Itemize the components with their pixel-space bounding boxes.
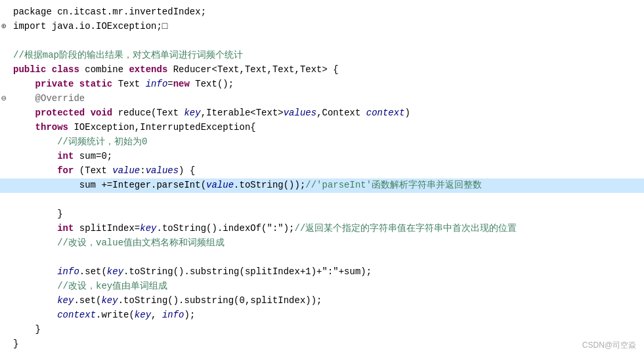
token-plain: .set(: [74, 295, 101, 306]
token-plain: }: [13, 324, 41, 335]
code-content: throws IOException,InterruptedException{: [13, 121, 637, 135]
code-line: //词频统计，初始为0: [0, 135, 644, 150]
token-var-italic: key: [57, 295, 74, 306]
token-method-highlight: parseInt: [156, 180, 200, 190]
token-keyword-purple: public: [13, 64, 46, 75]
token-comment: //'parseInt'函数解析字符串并返回整数: [305, 180, 482, 190]
token-var-italic: key: [184, 108, 200, 118]
code-line: [0, 34, 644, 49]
token-plain: reduce(Text: [112, 108, 184, 118]
code-content: //改设，value值由文档名称和词频组成: [13, 236, 637, 251]
token-plain: [13, 122, 35, 133]
token-var-italic: value: [206, 180, 234, 190]
code-content: }: [13, 337, 637, 351]
code-line: ⊖ @Override: [0, 92, 644, 106]
token-comment: //返回某个指定的字符串值在字符串中首次出现的位置: [295, 223, 517, 234]
token-plain: [13, 266, 57, 277]
token-plain: ,Iterable<Text>: [201, 108, 284, 118]
token-static-kw: static: [79, 79, 112, 89]
token-plain: :: [140, 165, 145, 176]
code-line: //根据map阶段的输出结果，对文档单词进行词频个统计: [0, 49, 644, 63]
token-plain: }: [13, 209, 63, 219]
token-plain: ): [405, 108, 410, 118]
code-line: info.set(key.toString().substring(splitI…: [0, 265, 644, 279]
code-content: int splitIndex=key.toString().indexOf(":…: [13, 222, 637, 236]
code-line: ⊕import java.io.IOException;□: [0, 20, 644, 34]
token-comment: //改设，key值由单词组成: [57, 281, 167, 291]
token-plain: import java.io.IOException;□: [13, 21, 167, 31]
token-new-kw: new: [173, 79, 190, 89]
token-var-italic: context: [366, 108, 405, 118]
token-var-italic: key: [140, 223, 156, 234]
token-keyword-purple: class: [52, 64, 79, 75]
code-content: public class combine extends Reducer<Tex…: [13, 63, 637, 77]
token-plain: ) {: [179, 165, 195, 176]
token-plain: combine: [79, 64, 129, 75]
token-plain: Reducer<Text,Text,Text,Text> {: [167, 64, 338, 75]
code-content: protected void reduce(Text key,Iterable<…: [13, 106, 637, 121]
code-content: int sum=0;: [13, 150, 637, 164]
token-plain: [13, 108, 35, 118]
token-plain: .toString().substring(splitIndex+1)+":"+…: [123, 266, 372, 277]
token-plain: splitIndex=: [74, 223, 140, 234]
token-plain: [46, 64, 51, 75]
token-plain: package cn.itcast.mr.invertedIndex;: [13, 7, 206, 17]
code-content: [13, 251, 637, 265]
token-plain: sum +=Integer.: [13, 180, 156, 190]
code-content: package cn.itcast.mr.invertedIndex;: [13, 5, 637, 20]
token-plain: [13, 151, 57, 161]
code-editor: package cn.itcast.mr.invertedIndex;⊕impo…: [0, 0, 644, 351]
token-plain: .toString());: [234, 180, 305, 190]
token-plain: (Text: [74, 165, 112, 176]
token-prot-kw: int: [57, 223, 74, 234]
token-plain: Text: [112, 79, 145, 89]
code-line: protected void reduce(Text key,Iterable<…: [0, 106, 644, 121]
token-comment: //改设，value值由文档名称和词频组成: [57, 237, 225, 248]
token-plain: [85, 108, 90, 118]
code-line: //改设，value值由文档名称和词频组成: [0, 236, 644, 251]
code-line: for (Text value:values) {: [0, 164, 644, 178]
token-plain: .set(: [79, 266, 107, 277]
token-plain: [13, 281, 57, 291]
code-line: //改设，key值由单词组成: [0, 279, 644, 294]
token-var-italic: info: [162, 310, 184, 320]
code-line: key.set(key.toString().substring(0,split…: [0, 294, 644, 308]
code-content: //词频统计，初始为0: [13, 135, 637, 150]
token-plain: [13, 237, 57, 248]
token-plain: [74, 79, 79, 89]
token-keyword-purple: extends: [129, 64, 167, 75]
token-plain: =: [167, 79, 173, 89]
code-line: }: [0, 337, 644, 351]
token-prot-kw: for: [57, 165, 74, 176]
code-content: context.write(key, info);: [13, 308, 637, 323]
token-plain: sum=0;: [74, 151, 112, 161]
code-content: //根据map阶段的输出结果，对文档单词进行词频个统计: [13, 49, 637, 63]
code-content: [13, 193, 637, 207]
code-line: context.write(key, info);: [0, 308, 644, 323]
code-line: sum +=Integer.parseInt(value.toString())…: [0, 178, 644, 193]
token-var-italic: key: [107, 266, 123, 277]
token-var-italic: value: [112, 165, 140, 176]
token-var-italic: values: [146, 165, 179, 176]
token-plain: IOException,InterruptedException{: [68, 122, 256, 133]
code-content: [13, 34, 637, 49]
token-plain: }: [13, 339, 18, 349]
token-var-italic: key: [101, 295, 118, 306]
token-prot-kw: int: [57, 151, 74, 161]
code-content: private static Text info=new Text();: [13, 77, 637, 92]
code-content: sum +=Integer.parseInt(value.toString())…: [13, 178, 637, 193]
code-line: package cn.itcast.mr.invertedIndex;: [0, 5, 644, 20]
code-content: info.set(key.toString().substring(splitI…: [13, 265, 637, 279]
token-var-italic: context: [57, 310, 96, 320]
token-plain: .toString().substring(0,splitIndex));: [118, 295, 322, 306]
token-plain: [13, 310, 57, 320]
code-content: @Override: [13, 92, 637, 106]
code-line: }: [0, 207, 644, 222]
token-annotation: @Override: [35, 93, 85, 104]
code-line: int sum=0;: [0, 150, 644, 164]
token-static-kw: private: [35, 79, 74, 89]
token-var-italic: info: [57, 266, 79, 277]
token-var-italic: key: [135, 310, 151, 320]
token-comment: //根据map阶段的输出结果，对文档单词进行词频个统计: [13, 50, 243, 60]
token-plain: [13, 165, 57, 176]
